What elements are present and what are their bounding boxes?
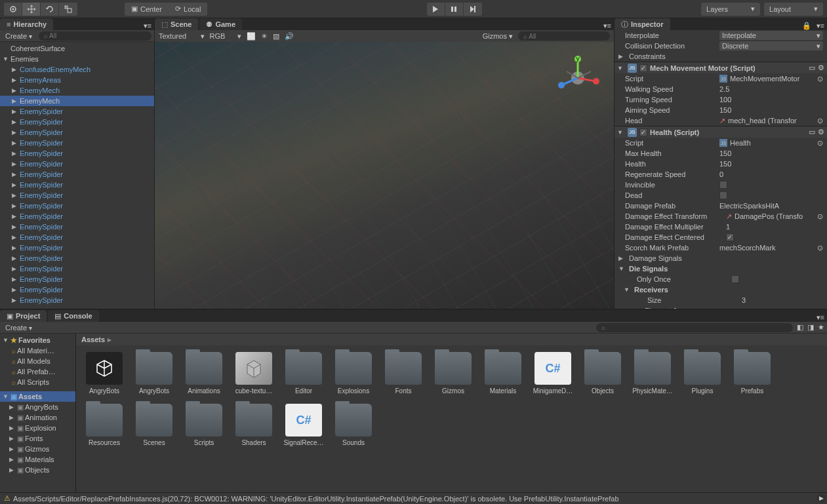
- scorch-field[interactable]: mechScorchMark: [719, 244, 815, 252]
- asset-item[interactable]: AngryBots: [83, 352, 126, 395]
- mech-component-header[interactable]: ▼JSMech Movement Motor (Script)▭⚙: [615, 62, 827, 73]
- damage-prefab-field[interactable]: ElectricSparksHitA: [719, 202, 823, 210]
- asset-item[interactable]: Objects: [581, 352, 624, 395]
- health-field[interactable]: 150: [719, 160, 823, 168]
- folder-item[interactable]: ▶▣Explosion: [0, 423, 75, 433]
- damage-transform-field[interactable]: ↗DamagePos (Transfo⊙: [726, 212, 823, 221]
- hierarchy-item[interactable]: ▶EnemyAreas: [0, 75, 154, 85]
- hierarchy-item[interactable]: ▶EnemySpider: [0, 222, 154, 232]
- hierarchy-tab[interactable]: ≡Hierarchy: [0, 18, 53, 30]
- expand-arrow[interactable]: ▶: [12, 192, 20, 199]
- folder-item[interactable]: ▶▣Fonts: [0, 433, 75, 444]
- expand-arrow[interactable]: ▶: [12, 140, 20, 146]
- rendermode-dropdown[interactable]: RGB ▾: [210, 32, 241, 41]
- hierarchy-item[interactable]: ▶EnemySpider: [0, 284, 154, 295]
- expand-arrow[interactable]: ▶: [12, 77, 20, 83]
- hierarchy-item[interactable]: ▶EnemySpider: [0, 263, 154, 274]
- console-tab[interactable]: ▤Console: [48, 310, 98, 322]
- hierarchy-item[interactable]: ▶EnemySpider: [0, 274, 154, 284]
- interpolate-dropdown[interactable]: Interpolate▾: [719, 31, 823, 40]
- expand-arrow[interactable]: ▶: [12, 234, 20, 241]
- only-once-checkbox[interactable]: [731, 275, 739, 283]
- panel-menu-icon[interactable]: ▾≡: [814, 313, 827, 322]
- inspector-tab[interactable]: ⓘInspector: [615, 18, 670, 30]
- invincible-checkbox[interactable]: [719, 181, 727, 189]
- expand-arrow[interactable]: ▶: [12, 119, 20, 125]
- asset-item[interactable]: C#SignalRece…: [282, 404, 325, 446]
- hand-tool[interactable]: [4, 3, 22, 16]
- hierarchy-item[interactable]: ▶EnemySpider: [0, 201, 154, 211]
- asset-item[interactable]: Scripts: [182, 404, 226, 446]
- mech-enabled-checkbox[interactable]: [639, 64, 647, 72]
- expand-arrow[interactable]: ▶: [9, 446, 17, 452]
- health-enabled-checkbox[interactable]: [639, 128, 647, 136]
- expand-arrow[interactable]: ▶: [9, 435, 17, 442]
- breadcrumb[interactable]: Assets ▸: [76, 334, 827, 345]
- expand-arrow[interactable]: ▶: [12, 150, 20, 157]
- script-field[interactable]: JSMechMovementMotor⊙: [719, 75, 823, 83]
- expand-arrow[interactable]: ▶: [12, 265, 20, 272]
- receivers-size-field[interactable]: 3: [742, 296, 823, 304]
- expand-arrow[interactable]: ▶: [9, 456, 17, 463]
- expand-arrow[interactable]: ▶: [12, 276, 20, 282]
- expand-arrow[interactable]: ▶: [12, 171, 20, 178]
- hierarchy-item[interactable]: ▶EnemyMech: [0, 96, 154, 106]
- expand-arrow[interactable]: ▶: [12, 129, 20, 136]
- asset-item[interactable]: Animations: [182, 352, 226, 395]
- filter-icon[interactable]: ◨: [807, 323, 814, 332]
- hierarchy-item[interactable]: ▶EnemySpider: [0, 190, 154, 201]
- hierarchy-item[interactable]: ▼Enemies: [0, 54, 154, 64]
- hierarchy-tree[interactable]: CoherentSurface▼Enemies▶ConfusedEnemyMec…: [0, 42, 154, 309]
- project-tab[interactable]: ▣Project: [0, 310, 47, 322]
- max-health-field[interactable]: 150: [719, 149, 823, 157]
- walking-speed-field[interactable]: 2.5: [719, 85, 823, 93]
- asset-item[interactable]: Materials: [481, 352, 525, 395]
- gear-icon[interactable]: ⚙: [818, 128, 824, 136]
- expand-arrow[interactable]: ▶: [12, 223, 20, 230]
- asset-item[interactable]: Plugins: [681, 352, 724, 395]
- hierarchy-item[interactable]: ▶EnemySpider: [0, 117, 154, 127]
- expand-arrow[interactable]: ▶: [12, 161, 20, 167]
- folder-item[interactable]: ▶▣Gizmos: [0, 444, 75, 454]
- create-dropdown[interactable]: Create ▾: [3, 32, 35, 40]
- folder-item[interactable]: ▶▣AngryBots: [0, 402, 75, 412]
- save-search-icon[interactable]: ★: [818, 323, 824, 332]
- panel-menu-icon[interactable]: ▾≡: [141, 22, 154, 30]
- pivot-local-button[interactable]: ⟳Local: [169, 3, 207, 16]
- hierarchy-item[interactable]: ▶EnemyMech: [0, 85, 154, 96]
- asset-item[interactable]: C#MinigameD…: [531, 352, 575, 395]
- expand-arrow[interactable]: ▶: [9, 467, 17, 473]
- help-icon[interactable]: ▭: [809, 64, 815, 72]
- gear-icon[interactable]: ⚙: [818, 64, 824, 72]
- filter-icon[interactable]: ◧: [797, 323, 803, 332]
- folder-item[interactable]: ▶▣Animation: [0, 412, 75, 423]
- asset-item[interactable]: Explosions: [332, 352, 375, 395]
- hierarchy-item[interactable]: ▶EnemySpider: [0, 295, 154, 305]
- hierarchy-item[interactable]: ▶ConfusedEnemyMech: [0, 64, 154, 75]
- scene-light-toggle[interactable]: ☀: [261, 32, 268, 41]
- expand-arrow[interactable]: ▶: [9, 404, 17, 410]
- health-component-header[interactable]: ▼JSHealth (Script)▭⚙: [615, 126, 827, 138]
- expand-arrow[interactable]: ▶: [9, 425, 17, 431]
- expand-arrow[interactable]: ▶: [12, 203, 20, 209]
- hierarchy-item[interactable]: ▶EnemySpider: [0, 211, 154, 222]
- expand-arrow[interactable]: ▶: [12, 98, 20, 104]
- expand-arrow[interactable]: ▶: [12, 286, 20, 293]
- hierarchy-item[interactable]: ▶EnemySpider: [0, 138, 154, 148]
- hierarchy-item[interactable]: ▶EnemySpider: [0, 169, 154, 180]
- hierarchy-item[interactable]: CoherentSurface: [0, 43, 154, 54]
- asset-item[interactable]: Scenes: [132, 404, 176, 446]
- scene-view[interactable]: y: [155, 42, 614, 309]
- scene-2d-toggle[interactable]: ⬜: [247, 32, 256, 41]
- scene-picture-toggle[interactable]: ▧: [273, 32, 279, 41]
- hierarchy-item[interactable]: ▶EnemySpider: [0, 253, 154, 263]
- asset-item[interactable]: ▶cube-textu…: [232, 352, 275, 395]
- hierarchy-item[interactable]: ▶EnemySpider: [0, 127, 154, 138]
- move-tool[interactable]: [22, 3, 41, 16]
- scale-tool[interactable]: [59, 3, 77, 16]
- rotate-tool[interactable]: [41, 3, 59, 16]
- play-button[interactable]: [427, 3, 445, 16]
- asset-item[interactable]: Shaders: [232, 404, 275, 446]
- expand-arrow[interactable]: ▶: [12, 108, 20, 115]
- inspector-body[interactable]: InterpolateInterpolate▾ Collision Detect…: [615, 30, 827, 309]
